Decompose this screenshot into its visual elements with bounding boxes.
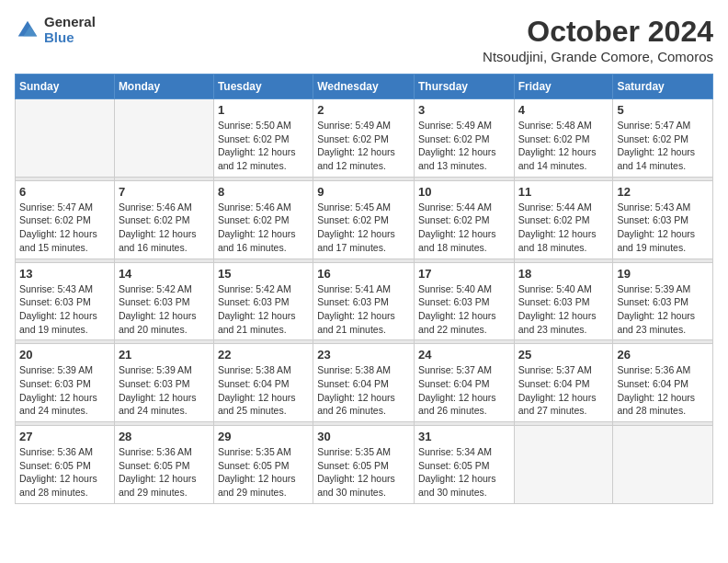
location-title: Ntsoudjini, Grande Comore, Comoros [483,49,713,64]
day-number: 9 [317,185,410,199]
day-info: Sunrise: 5:39 AMSunset: 6:03 PMDaylight:… [617,282,709,337]
calendar-cell: 29Sunrise: 5:35 AMSunset: 6:05 PMDayligh… [213,426,313,504]
day-number: 3 [418,103,510,117]
day-info: Sunrise: 5:36 AMSunset: 6:05 PMDaylight:… [19,445,110,500]
day-number: 18 [518,267,609,281]
calendar-cell: 9Sunrise: 5:45 AMSunset: 6:02 PMDaylight… [313,180,415,259]
calendar-cell: 12Sunrise: 5:43 AMSunset: 6:03 PMDayligh… [613,180,713,259]
calendar-cell: 16Sunrise: 5:41 AMSunset: 6:03 PMDayligh… [313,262,415,340]
day-info: Sunrise: 5:48 AMSunset: 6:02 PMDaylight:… [518,119,609,173]
weekday-header-sunday: Sunday [16,75,115,99]
calendar-cell: 13Sunrise: 5:43 AMSunset: 6:03 PMDayligh… [16,262,115,340]
calendar-week-1: 1Sunrise: 5:50 AMSunset: 6:02 PMDaylight… [16,99,713,178]
day-info: Sunrise: 5:34 AMSunset: 6:05 PMDaylight:… [418,445,510,500]
day-number: 24 [418,348,510,362]
day-number: 16 [317,267,410,281]
calendar-cell [16,99,115,178]
day-number: 4 [518,103,609,117]
calendar-cell: 1Sunrise: 5:50 AMSunset: 6:02 PMDaylight… [213,99,313,178]
calendar-cell: 28Sunrise: 5:36 AMSunset: 6:05 PMDayligh… [114,426,213,504]
day-info: Sunrise: 5:37 AMSunset: 6:04 PMDaylight:… [518,363,609,418]
calendar-cell: 6Sunrise: 5:47 AMSunset: 6:02 PMDaylight… [16,180,115,259]
weekday-header-wednesday: Wednesday [313,75,415,99]
weekday-header-saturday: Saturday [613,75,713,99]
logo-icon [15,17,40,43]
day-info: Sunrise: 5:50 AMSunset: 6:02 PMDaylight:… [218,119,309,173]
calendar-cell: 26Sunrise: 5:36 AMSunset: 6:04 PMDayligh… [613,344,713,422]
calendar-week-5: 27Sunrise: 5:36 AMSunset: 6:05 PMDayligh… [16,426,713,504]
weekday-header-thursday: Thursday [414,75,514,99]
day-number: 13 [19,267,110,281]
day-number: 26 [617,348,709,362]
calendar-cell: 27Sunrise: 5:36 AMSunset: 6:05 PMDayligh… [16,426,115,504]
day-number: 19 [617,267,709,281]
day-info: Sunrise: 5:35 AMSunset: 6:05 PMDaylight:… [218,445,309,500]
day-number: 23 [317,348,410,362]
day-number: 7 [119,185,210,199]
day-info: Sunrise: 5:36 AMSunset: 6:04 PMDaylight:… [617,363,709,418]
day-info: Sunrise: 5:46 AMSunset: 6:02 PMDaylight:… [119,201,210,255]
weekday-header-tuesday: Tuesday [213,75,313,99]
day-number: 8 [218,185,309,199]
calendar-cell: 17Sunrise: 5:40 AMSunset: 6:03 PMDayligh… [414,262,514,340]
calendar-cell: 4Sunrise: 5:48 AMSunset: 6:02 PMDaylight… [514,99,613,178]
day-info: Sunrise: 5:35 AMSunset: 6:05 PMDaylight:… [317,445,410,500]
calendar-cell: 7Sunrise: 5:46 AMSunset: 6:02 PMDaylight… [114,180,213,259]
calendar-cell [514,426,613,504]
calendar-cell: 15Sunrise: 5:42 AMSunset: 6:03 PMDayligh… [213,262,313,340]
day-info: Sunrise: 5:49 AMSunset: 6:02 PMDaylight:… [317,119,410,173]
day-number: 27 [19,430,110,443]
calendar-cell: 8Sunrise: 5:46 AMSunset: 6:02 PMDaylight… [213,180,313,259]
calendar-week-2: 6Sunrise: 5:47 AMSunset: 6:02 PMDaylight… [16,180,713,259]
day-info: Sunrise: 5:37 AMSunset: 6:04 PMDaylight:… [418,363,510,418]
day-number: 17 [418,267,510,281]
day-number: 29 [218,430,309,443]
day-number: 28 [119,430,210,443]
day-info: Sunrise: 5:44 AMSunset: 6:02 PMDaylight:… [518,201,609,255]
day-number: 25 [518,348,609,362]
day-info: Sunrise: 5:45 AMSunset: 6:02 PMDaylight:… [317,201,410,255]
day-info: Sunrise: 5:39 AMSunset: 6:03 PMDaylight:… [119,363,210,418]
day-info: Sunrise: 5:42 AMSunset: 6:03 PMDaylight:… [218,282,309,337]
day-info: Sunrise: 5:43 AMSunset: 6:03 PMDaylight:… [19,282,110,337]
day-number: 1 [218,103,309,117]
calendar-cell: 18Sunrise: 5:40 AMSunset: 6:03 PMDayligh… [514,262,613,340]
day-number: 22 [218,348,309,362]
day-number: 31 [418,430,510,443]
day-info: Sunrise: 5:40 AMSunset: 6:03 PMDaylight:… [418,282,510,337]
day-info: Sunrise: 5:42 AMSunset: 6:03 PMDaylight:… [119,282,210,337]
title-area: October 2024 Ntsoudjini, Grande Comore, … [483,15,713,64]
calendar-cell: 31Sunrise: 5:34 AMSunset: 6:05 PMDayligh… [414,426,514,504]
calendar-week-4: 20Sunrise: 5:39 AMSunset: 6:03 PMDayligh… [16,344,713,422]
calendar-cell: 25Sunrise: 5:37 AMSunset: 6:04 PMDayligh… [514,344,613,422]
day-info: Sunrise: 5:38 AMSunset: 6:04 PMDaylight:… [218,363,309,418]
day-info: Sunrise: 5:46 AMSunset: 6:02 PMDaylight:… [218,201,309,255]
calendar-cell: 20Sunrise: 5:39 AMSunset: 6:03 PMDayligh… [16,344,115,422]
day-number: 11 [518,185,609,199]
logo-general-text: General [44,15,96,30]
day-number: 14 [119,267,210,281]
day-info: Sunrise: 5:40 AMSunset: 6:03 PMDaylight:… [518,282,609,337]
logo-blue-text: Blue [44,30,96,46]
calendar-cell: 30Sunrise: 5:35 AMSunset: 6:05 PMDayligh… [313,426,415,504]
day-number: 20 [19,348,110,362]
calendar-cell: 10Sunrise: 5:44 AMSunset: 6:02 PMDayligh… [414,180,514,259]
day-number: 10 [418,185,510,199]
day-number: 6 [19,185,110,199]
weekday-header-friday: Friday [514,75,613,99]
day-number: 15 [218,267,309,281]
calendar-cell: 11Sunrise: 5:44 AMSunset: 6:02 PMDayligh… [514,180,613,259]
day-info: Sunrise: 5:41 AMSunset: 6:03 PMDaylight:… [317,282,410,337]
page-header: General Blue October 2024 Ntsoudjini, Gr… [15,15,713,64]
weekday-header-row: SundayMondayTuesdayWednesdayThursdayFrid… [16,75,713,99]
day-number: 2 [317,103,410,117]
month-title: October 2024 [483,15,713,49]
calendar-cell: 23Sunrise: 5:38 AMSunset: 6:04 PMDayligh… [313,344,415,422]
day-number: 5 [617,103,709,117]
day-info: Sunrise: 5:39 AMSunset: 6:03 PMDaylight:… [19,363,110,418]
day-info: Sunrise: 5:44 AMSunset: 6:02 PMDaylight:… [418,201,510,255]
calendar-cell: 3Sunrise: 5:49 AMSunset: 6:02 PMDaylight… [414,99,514,178]
weekday-header-monday: Monday [114,75,213,99]
day-info: Sunrise: 5:47 AMSunset: 6:02 PMDaylight:… [617,119,709,173]
calendar-cell: 19Sunrise: 5:39 AMSunset: 6:03 PMDayligh… [613,262,713,340]
